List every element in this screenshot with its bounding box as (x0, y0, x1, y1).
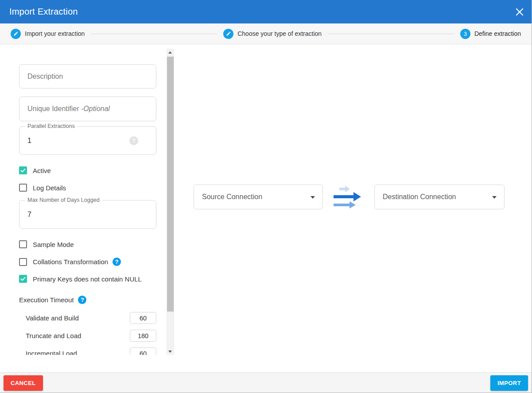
stepper: Import your extraction Choose your type … (0, 23, 532, 44)
step3-circle: 3 (460, 29, 470, 39)
step1-label: Import your extraction (25, 30, 85, 37)
form-scrollbar[interactable] (167, 49, 174, 355)
scroll-down-icon (168, 351, 172, 353)
parallel-extractions-help-icon[interactable]: ? (129, 136, 138, 145)
step2-circle (223, 29, 233, 39)
step-connector (91, 34, 217, 34)
scrollbar-thumb[interactable] (167, 57, 174, 312)
chevron-down-icon (311, 196, 315, 199)
step-import-your-extraction[interactable]: Import your extraction (11, 29, 85, 39)
truncate-and-load-label: Truncate and Load (26, 330, 81, 342)
active-checkbox[interactable] (19, 166, 27, 174)
collations-help-icon[interactable]: ? (113, 258, 121, 266)
validate-and-build-label: Validate and Build (26, 312, 79, 324)
scrollbar-down-button[interactable] (167, 348, 174, 355)
step-connector (328, 34, 454, 34)
import-extraction-dialog: Import Extraction Import your extraction (0, 0, 532, 393)
log-details-label: Log Details (33, 184, 66, 192)
incremental-load-label: Incremental Load (26, 347, 77, 355)
check-icon (20, 168, 26, 173)
unique-identifier-field[interactable]: Unique Identifier - Optional (19, 96, 156, 121)
edit-icon (13, 31, 19, 36)
chevron-down-icon (492, 196, 497, 199)
step-choose-type[interactable]: Choose your type of extraction (223, 29, 322, 39)
max-days-logged-field[interactable]: Max Number of Days Logged (19, 200, 156, 229)
step-define-extraction[interactable]: 3 Define extraction (460, 29, 521, 39)
active-checkbox-row[interactable]: Active (19, 166, 51, 174)
collations-label: Collations Transformation (33, 258, 108, 266)
step3-number: 3 (464, 31, 467, 37)
data-transfer-arrows-icon (333, 184, 362, 209)
unique-identifier-optional-text: Optional (83, 105, 110, 113)
destination-connection-label: Destination Connection (383, 185, 456, 209)
primary-keys-label: Primary Keys does not contain NULL (33, 275, 142, 283)
log-details-checkbox-row[interactable]: Log Details (19, 184, 66, 192)
incremental-load-input[interactable] (130, 347, 156, 355)
edit-icon (226, 31, 231, 36)
description-field[interactable]: Description (19, 64, 156, 89)
sample-mode-checkbox[interactable] (19, 240, 27, 248)
dialog-footer: CANCEL IMPORT (0, 372, 532, 393)
timeout-row-truncate: Truncate and Load (19, 330, 156, 342)
validate-and-build-input[interactable] (130, 312, 156, 324)
execution-timeout-header: Execution Timeout ? (19, 296, 86, 304)
sample-mode-label: Sample Mode (33, 241, 74, 248)
step2-label: Choose your type of extraction (237, 30, 322, 37)
collations-checkbox-row[interactable]: Collations Transformation ? (19, 258, 121, 266)
dialog-title: Import Extraction (9, 7, 78, 17)
scroll-up-icon (168, 51, 172, 54)
description-placeholder: Description (27, 73, 63, 81)
close-icon (516, 8, 524, 16)
execution-timeout-help-icon[interactable]: ? (78, 296, 86, 304)
active-label: Active (33, 167, 51, 174)
unique-identifier-placeholder: Unique Identifier - (27, 105, 83, 113)
source-connection-select[interactable]: Source Connection (194, 185, 323, 209)
log-details-checkbox[interactable] (19, 184, 27, 192)
step1-circle (11, 29, 21, 39)
import-button[interactable]: IMPORT (490, 375, 528, 391)
collations-checkbox[interactable] (19, 258, 27, 266)
scrollbar-up-button[interactable] (167, 49, 174, 56)
source-connection-label: Source Connection (202, 185, 262, 209)
primary-keys-checkbox[interactable] (19, 275, 27, 283)
close-button[interactable] (514, 6, 525, 18)
parallel-extractions-input[interactable] (27, 127, 116, 154)
parallel-extractions-field[interactable]: Parallel Extractions ? (19, 126, 156, 155)
timeout-row-validate: Validate and Build (19, 312, 156, 324)
check-icon (20, 277, 26, 281)
dialog-titlebar: Import Extraction (0, 0, 532, 23)
destination-connection-select[interactable]: Destination Connection (374, 185, 505, 209)
max-days-logged-input[interactable] (27, 200, 116, 228)
timeout-row-incremental: Incremental Load (19, 347, 156, 355)
truncate-and-load-input[interactable] (130, 330, 156, 342)
sample-mode-checkbox-row[interactable]: Sample Mode (19, 240, 74, 248)
execution-timeout-label: Execution Timeout (19, 296, 74, 304)
step3-label: Define extraction (474, 30, 521, 37)
primary-keys-checkbox-row[interactable]: Primary Keys does not contain NULL (19, 275, 142, 283)
cancel-button[interactable]: CANCEL (4, 375, 43, 391)
form-scroll-area: Description Unique Identifier - Optional… (0, 49, 175, 355)
